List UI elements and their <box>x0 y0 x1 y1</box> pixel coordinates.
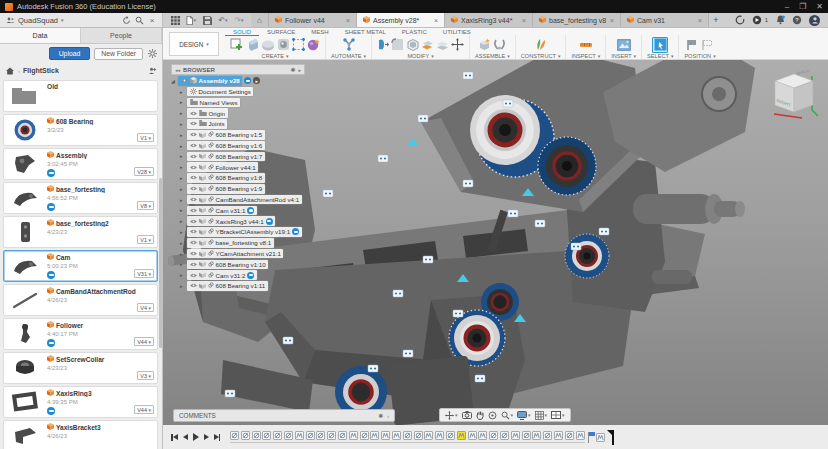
timeline-marker-motion[interactable] <box>349 431 358 440</box>
expand-arrow-icon[interactable]: ▸ <box>180 283 185 289</box>
user-avatar[interactable] <box>809 15 820 26</box>
expand-arrow-icon[interactable]: ▸ <box>180 164 185 170</box>
browser-root-item[interactable]: Assembly v28 <box>178 76 242 86</box>
home-tab[interactable]: ⌂ <box>251 13 269 27</box>
version-dropdown[interactable]: V8 ▾ <box>137 201 154 210</box>
eye-icon[interactable] <box>190 164 197 171</box>
timeline-marker-joint[interactable] <box>500 431 509 440</box>
zoom-icon[interactable]: ▾ <box>501 411 514 420</box>
orbit-icon[interactable] <box>488 411 497 420</box>
expand-arrow-icon[interactable]: ▸ <box>180 218 185 224</box>
eye-icon[interactable] <box>190 110 197 117</box>
measure-icon[interactable] <box>579 39 593 51</box>
pan-icon[interactable]: ▾ <box>445 411 458 420</box>
play-button[interactable] <box>193 433 199 441</box>
fillet-icon[interactable] <box>391 38 404 51</box>
timeline-marker-joint[interactable] <box>543 431 552 440</box>
breadcrumb-folder[interactable]: FlightStick <box>23 67 59 74</box>
file-card[interactable]: Old <box>3 80 158 112</box>
upload-button[interactable]: Upload <box>49 47 91 60</box>
expand-arrow-icon[interactable]: ▸ <box>180 175 185 181</box>
eye-icon[interactable] <box>190 207 197 214</box>
expand-arrow-icon[interactable]: ▸ <box>180 153 185 159</box>
timeline-marker-joint[interactable] <box>360 431 369 440</box>
share-icon[interactable] <box>147 66 157 76</box>
eye-icon[interactable] <box>190 142 197 149</box>
expand-arrow-icon[interactable]: ◢ <box>171 78 176 84</box>
eye-icon[interactable] <box>190 131 197 138</box>
timeline-marker-motion[interactable] <box>370 431 379 440</box>
document-tab[interactable]: Cam v31× <box>621 13 709 27</box>
comments-gear-icon[interactable]: ✱ <box>378 412 383 419</box>
create-sketch-icon[interactable] <box>230 38 244 51</box>
job-status-icon[interactable] <box>752 15 762 25</box>
timeline-marker-joint[interactable] <box>306 431 315 440</box>
save-icon[interactable] <box>202 15 212 25</box>
notifications-bell-icon[interactable] <box>775 15 785 25</box>
shell-icon[interactable] <box>406 38 419 51</box>
expand-arrow-icon[interactable]: ▸ <box>180 197 185 203</box>
expand-arrow-icon[interactable]: ▸ <box>180 132 185 138</box>
extrude-icon[interactable] <box>246 38 259 51</box>
skip-to-end-button[interactable] <box>214 434 221 441</box>
view-cube[interactable]: RIGHT BACK <box>768 70 820 126</box>
version-dropdown[interactable]: V3 ▾ <box>137 371 154 380</box>
skip-to-start-button[interactable] <box>171 434 178 441</box>
display-settings-icon[interactable]: ▾ <box>517 411 531 420</box>
eye-icon[interactable] <box>190 239 197 246</box>
automate-icon[interactable] <box>342 38 356 51</box>
timeline-marker-motion[interactable] <box>511 431 520 440</box>
browser-folder-item[interactable]: Origin <box>187 108 228 118</box>
insert-menu[interactable]: INSERT▾ <box>611 53 636 59</box>
expand-arrow-icon[interactable]: ▸ <box>180 207 185 213</box>
browser-component-item[interactable]: 608 Bearing v1:9 <box>187 184 265 194</box>
timeline-marker-motion[interactable] <box>576 431 585 440</box>
inspect-menu[interactable]: INSPECT▾ <box>571 53 600 59</box>
expand-arrow-icon[interactable]: ▸ <box>180 89 185 95</box>
viewports-icon[interactable]: ▾ <box>551 411 565 419</box>
eye-icon[interactable] <box>190 250 197 257</box>
extensions-icon[interactable] <box>735 15 745 25</box>
env-tab-utilities[interactable]: UTILITIES <box>435 28 479 36</box>
file-card[interactable]: Follower4:40:17 PMV44 ▾ <box>3 318 158 350</box>
browser-component-item[interactable]: Follower v44:1 <box>187 162 258 172</box>
construct-plane-icon[interactable] <box>534 38 547 51</box>
browser-component-item[interactable]: CamBandAttachmentRod v4:1 <box>187 195 302 205</box>
construct-menu[interactable]: CONSTRUCT▾ <box>521 53 561 59</box>
timeline-flag-marker[interactable] <box>586 432 595 443</box>
close-tab-icon[interactable]: × <box>434 17 438 24</box>
expand-arrow-icon[interactable]: ▸ <box>180 110 185 116</box>
browser-component-item[interactable]: 608 Bearing v1:10 <box>187 260 268 270</box>
redo-icon[interactable]: ↷▾ <box>234 15 244 25</box>
hole-icon[interactable] <box>277 38 290 51</box>
eye-icon[interactable] <box>190 272 197 279</box>
eye-icon[interactable] <box>181 77 188 84</box>
close-panel-icon[interactable]: × <box>147 15 157 25</box>
tab-people[interactable]: People <box>81 28 162 43</box>
file-card[interactable]: CamBandAttachmentRod4/26/23V4 ▾ <box>3 284 158 316</box>
offset-plane-icon[interactable] <box>436 39 449 51</box>
file-card[interactable]: XaxisRing34:39:35 PMV44 ▾ <box>3 386 158 418</box>
close-button[interactable]: ✕ <box>816 0 823 13</box>
workspace-switcher[interactable]: DESIGN▾ <box>169 32 219 56</box>
joint-icon[interactable] <box>493 39 506 51</box>
browser-folder-item[interactable]: Named Views <box>187 98 240 108</box>
browser-component-item[interactable]: YCamAttachment v21:1 <box>187 249 283 259</box>
expand-arrow-icon[interactable]: ▸ <box>180 272 185 278</box>
close-tab-icon[interactable]: × <box>698 17 702 24</box>
close-tab-icon[interactable]: × <box>610 17 614 24</box>
browser-component-item[interactable]: Cam v31:2 <box>187 270 257 280</box>
version-dropdown[interactable]: V44 ▾ <box>134 337 154 346</box>
team-name[interactable]: QuadSquad <box>18 16 58 25</box>
help-icon[interactable]: ? <box>792 15 802 25</box>
expand-arrow-icon[interactable]: ▸ <box>180 121 185 127</box>
timeline-marker-motion[interactable] <box>468 431 477 440</box>
env-tab-surface[interactable]: SURFACE <box>259 28 303 36</box>
file-card[interactable]: 608 Bearing3/2/23V1 ▾ <box>3 114 158 146</box>
revolve-icon[interactable] <box>261 39 275 51</box>
version-dropdown[interactable]: V44 ▾ <box>134 405 154 414</box>
timeline-marker-joint[interactable] <box>522 431 531 440</box>
version-dropdown[interactable]: V28 ▾ <box>134 167 154 176</box>
file-menu-icon[interactable]: ▾ <box>186 15 196 25</box>
file-card[interactable]: base_fortesting24/23/23V1 ▾ <box>3 216 158 248</box>
